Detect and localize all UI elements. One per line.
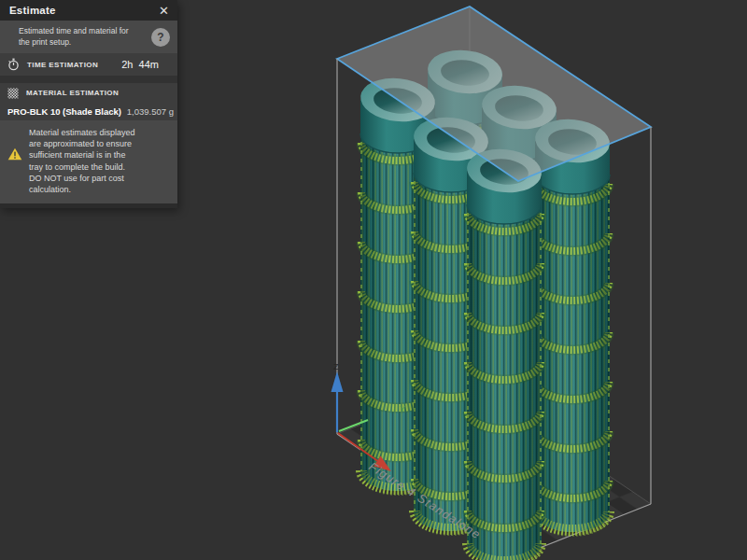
panel-section-divider [0,76,177,83]
y-axis-label: Y [400,404,405,413]
app-window: Z Y Figure 4 Standalone Estimate ✕ Estim… [0,0,747,560]
warning-line: tray to complete the build. [29,161,135,173]
panel-title: Estimate [9,5,56,16]
panel-footer-bar [0,203,177,208]
estimate-description: Estimated time and material for the prin… [19,26,147,48]
warning-line: are approximated to ensure [29,138,135,149]
material-estimation-label: MATERIAL ESTIMATION [26,89,119,97]
material-warning: Material estimates displayed are approxi… [0,120,177,203]
warning-line: DO NOT use for part cost [29,173,135,184]
stopwatch-icon [7,58,20,71]
close-icon[interactable]: ✕ [159,5,169,17]
material-detail-row: PRO-BLK 10 (Shade Black) 1,039.507 g [0,103,177,120]
estimate-panel: Estimate ✕ Estimated time and material f… [0,0,177,208]
warning-line: calculation. [29,184,135,195]
material-amount: 1,039.507 g [127,106,174,117]
help-icon[interactable]: ? [151,28,170,47]
estimate-description-row: Estimated time and material for the prin… [0,21,177,53]
estimate-description-line1: Estimated time and material for [19,26,147,37]
estimate-panel-header: Estimate ✕ [0,0,177,21]
time-estimation-value: 2h 44m [121,59,159,70]
material-name: PRO-BLK 10 (Shade Black) [7,106,121,117]
material-grid-icon [7,88,19,99]
time-estimation-row: TIME ESTIMATION 2h 44m [0,53,177,76]
warning-line: sufficient material is in the [29,149,135,161]
z-axis-label: Z [333,362,339,371]
material-estimation-row: MATERIAL ESTIMATION [0,83,177,103]
time-estimation-label: TIME ESTIMATION [27,61,98,69]
estimate-description-line2: the print setup. [19,37,147,49]
warning-line: Material estimates displayed [29,127,135,138]
warning-icon [7,147,22,161]
warning-text: Material estimates displayed are approxi… [29,127,135,195]
